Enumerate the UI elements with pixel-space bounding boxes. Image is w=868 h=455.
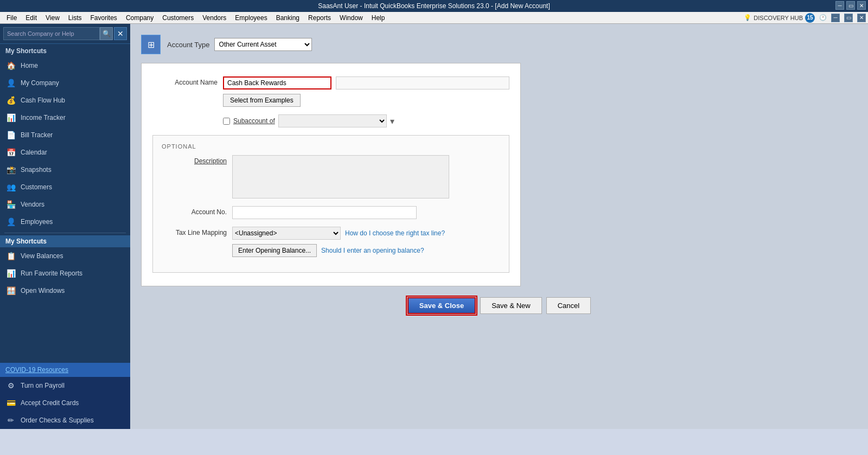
search-input[interactable] bbox=[3, 27, 100, 40]
restore-btn[interactable]: ▭ bbox=[846, 1, 855, 10]
discovery-hub-label: DISCOVERY HUB bbox=[754, 15, 803, 21]
title-text: SaasAnt User - Intuit QuickBooks Enterpr… bbox=[318, 2, 550, 10]
subaccount-dropdown-arrow: ▾ bbox=[390, 116, 394, 126]
covid-banner[interactable]: COVID-19 Resources bbox=[0, 363, 130, 377]
sidebar-label-billtracker: Bill Tracker bbox=[21, 131, 53, 139]
clock-icon: 🕐 bbox=[819, 14, 827, 21]
sidebar-label-creditcards: Accept Credit Cards bbox=[21, 399, 79, 407]
account-type-label: Account Type bbox=[167, 41, 210, 49]
opening-balance-button[interactable]: Enter Opening Balance... bbox=[232, 244, 317, 257]
form-panel: Account Name Select from Examples Subacc… bbox=[141, 63, 521, 286]
account-type-select[interactable]: Other Current Asset bbox=[214, 38, 312, 51]
subaccount-select[interactable] bbox=[278, 114, 387, 127]
sidebar-item-payroll[interactable]: ⚙ Turn on Payroll bbox=[0, 377, 130, 394]
menu-banking[interactable]: Banking bbox=[272, 13, 304, 23]
favreports-icon: 📊 bbox=[5, 268, 16, 279]
search-button[interactable]: 🔍 bbox=[100, 27, 113, 40]
account-name-extra-input[interactable] bbox=[336, 76, 509, 89]
discovery-badge: 15 bbox=[805, 13, 815, 23]
bill-icon: 📄 bbox=[5, 130, 16, 140]
menu-help[interactable]: Help bbox=[367, 13, 390, 23]
sidebar-label-favreports: Run Favorite Reports bbox=[21, 270, 82, 277]
shortcuts-section-bar[interactable]: My Shortcuts bbox=[0, 235, 130, 247]
description-row: Description bbox=[162, 155, 500, 198]
win-restore-btn[interactable]: ▭ bbox=[844, 14, 853, 22]
sidebar-item-customers[interactable]: 👥 Customers bbox=[0, 178, 130, 196]
sidebar-item-favreports[interactable]: 📊 Run Favorite Reports bbox=[0, 265, 130, 282]
description-textarea[interactable] bbox=[232, 155, 449, 198]
sidebar-item-incometracker[interactable]: 📊 Income Tracker bbox=[0, 109, 130, 126]
account-name-input[interactable] bbox=[223, 76, 331, 89]
window-controls: ─ ▭ ✕ bbox=[835, 1, 866, 10]
tax-line-help-link[interactable]: How do I choose the right tax line? bbox=[345, 229, 445, 237]
subaccount-checkbox[interactable] bbox=[223, 118, 230, 125]
select-examples-button[interactable]: Select from Examples bbox=[223, 94, 301, 107]
sidebar: 🔍 ✕ My Shortcuts 🏠 Home 👤 My Company 💰 C… bbox=[0, 24, 130, 429]
main-layout: 🔍 ✕ My Shortcuts 🏠 Home 👤 My Company 💰 C… bbox=[0, 24, 868, 429]
optional-section: OPTIONAL Description Account No. Tax Lin… bbox=[152, 135, 509, 273]
menu-customers[interactable]: Customers bbox=[158, 13, 198, 23]
menu-reports[interactable]: Reports bbox=[304, 13, 335, 23]
sidebar-item-billtracker[interactable]: 📄 Bill Tracker bbox=[0, 126, 130, 144]
cancel-button[interactable]: Cancel bbox=[546, 297, 591, 314]
company-icon: 👤 bbox=[5, 78, 16, 88]
calendar-icon: 📅 bbox=[5, 147, 16, 158]
menu-window[interactable]: Window bbox=[335, 13, 367, 23]
sidebar-label-orderchecks: Order Checks & Supplies bbox=[21, 416, 94, 424]
menu-vendors[interactable]: Vendors bbox=[198, 13, 231, 23]
sidebar-item-creditcards[interactable]: 💳 Accept Credit Cards bbox=[0, 394, 130, 412]
openwindows-icon: 🪟 bbox=[5, 285, 16, 296]
save-new-button[interactable]: Save & New bbox=[480, 297, 542, 314]
sidebar-label-incometracker: Income Tracker bbox=[21, 114, 66, 121]
save-close-button[interactable]: Save & Close bbox=[407, 297, 476, 314]
sidebar-item-home[interactable]: 🏠 Home bbox=[0, 57, 130, 74]
tax-line-select[interactable]: <Unassigned> bbox=[232, 227, 341, 240]
tax-line-label: Tax Line Mapping bbox=[162, 227, 227, 236]
win-close-btn[interactable]: ✕ bbox=[857, 14, 866, 22]
search-close-button[interactable]: ✕ bbox=[114, 27, 127, 40]
menu-edit[interactable]: Edit bbox=[21, 13, 41, 23]
sidebar-item-viewbalances[interactable]: 📋 View Balances bbox=[0, 247, 130, 265]
form-toolbar: ⊞ Account Type Other Current Asset bbox=[141, 35, 857, 54]
menu-lists[interactable]: Lists bbox=[64, 13, 86, 23]
description-label: Description bbox=[162, 155, 227, 165]
account-no-row: Account No. bbox=[162, 206, 500, 219]
opening-balance-help-link[interactable]: Should I enter an opening balance? bbox=[321, 247, 424, 254]
sidebar-item-vendors[interactable]: 🏪 Vendors bbox=[0, 196, 130, 213]
sidebar-label-mycompany: My Company bbox=[21, 79, 59, 87]
menu-employees[interactable]: Employees bbox=[231, 13, 271, 23]
sidebar-item-openwindows[interactable]: 🪟 Open Windows bbox=[0, 282, 130, 299]
sidebar-label-employees: Employees bbox=[21, 218, 53, 226]
account-no-input[interactable] bbox=[232, 206, 417, 219]
sidebar-label-vendors: Vendors bbox=[21, 201, 44, 208]
sidebar-item-snapshots[interactable]: 📸 Snapshots bbox=[0, 161, 130, 178]
win-minimize-btn[interactable]: ─ bbox=[831, 14, 840, 22]
menu-favorites[interactable]: Favorites bbox=[86, 13, 122, 23]
account-name-controls: Select from Examples bbox=[223, 76, 509, 107]
menu-company[interactable]: Company bbox=[122, 13, 158, 23]
my-shortcuts-title: My Shortcuts bbox=[0, 44, 130, 57]
customers-icon: 👥 bbox=[5, 182, 16, 193]
sidebar-item-cashflowhub[interactable]: 💰 Cash Flow Hub bbox=[0, 92, 130, 109]
sidebar-item-employees[interactable]: 👤 Employees bbox=[0, 213, 130, 230]
minimize-btn[interactable]: ─ bbox=[835, 1, 844, 10]
sidebar-item-orderchecks[interactable]: ✏ Order Checks & Supplies bbox=[0, 412, 130, 429]
tax-line-row: Tax Line Mapping <Unassigned> How do I c… bbox=[162, 227, 500, 257]
discovery-hub[interactable]: 💡 DISCOVERY HUB 15 bbox=[744, 13, 815, 23]
orderchecks-icon: ✏ bbox=[5, 415, 16, 426]
sidebar-label-viewbalances: View Balances bbox=[21, 252, 63, 260]
sidebar-bottom: COVID-19 Resources ⚙ Turn on Payroll 💳 A… bbox=[0, 363, 130, 429]
close-btn[interactable]: ✕ bbox=[857, 1, 866, 10]
grid-icon[interactable]: ⊞ bbox=[141, 35, 161, 54]
creditcards-icon: 💳 bbox=[5, 398, 16, 408]
optional-label: OPTIONAL bbox=[162, 143, 500, 150]
buttons-row: Save & Close Save & New Cancel bbox=[141, 297, 857, 314]
sidebar-item-mycompany[interactable]: 👤 My Company bbox=[0, 74, 130, 92]
sidebar-label-payroll: Turn on Payroll bbox=[21, 382, 65, 389]
sidebar-item-calendar[interactable]: 📅 Calendar bbox=[0, 144, 130, 161]
menu-file[interactable]: File bbox=[2, 13, 21, 23]
vendors-icon: 🏪 bbox=[5, 199, 16, 210]
subaccount-label: Subaccount of bbox=[233, 117, 275, 125]
sidebar-label-cashflowhub: Cash Flow Hub bbox=[21, 97, 65, 104]
menu-view[interactable]: View bbox=[41, 13, 64, 23]
